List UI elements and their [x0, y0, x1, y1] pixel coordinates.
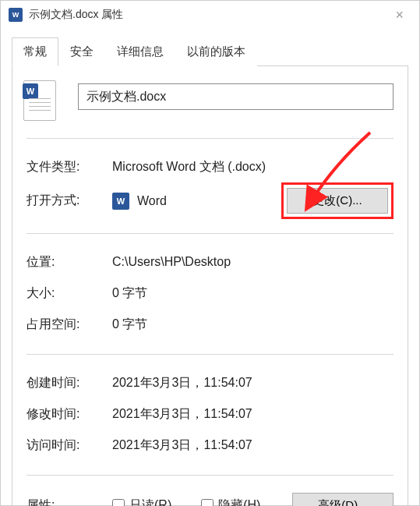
accessed-label: 访问时间:: [26, 437, 112, 454]
window-title: 示例文档.docx 属性: [29, 8, 123, 22]
readonly-checkbox-input[interactable]: [112, 499, 125, 506]
readonly-checkbox-label: 只读(R): [129, 497, 171, 507]
hidden-checkbox-label: 隐藏(H): [218, 497, 260, 507]
change-button-highlight: 更改(C)...: [281, 182, 394, 219]
hidden-checkbox-input[interactable]: [201, 499, 214, 506]
open-with-value: Word: [137, 194, 167, 208]
tab-general[interactable]: 常规: [12, 37, 58, 66]
attributes-label: 属性:: [26, 497, 112, 507]
modified-value: 2021年3月3日，11:54:07: [112, 406, 394, 423]
created-value: 2021年3月3日，11:54:07: [112, 375, 394, 391]
hidden-checkbox[interactable]: 隐藏(H): [201, 497, 260, 507]
svg-text:W: W: [12, 11, 19, 19]
close-button[interactable]: ×: [387, 4, 411, 27]
titlebar: W 示例文档.docx 属性 ×: [1, 1, 419, 29]
word-app-icon: W: [9, 8, 23, 22]
document-icon: W: [23, 80, 56, 121]
tab-details[interactable]: 详细信息: [105, 37, 175, 66]
tab-content: W 文件类型: Microsoft Word 文档 (.docx) 打开方式: …: [12, 66, 408, 506]
size-value: 0 字节: [112, 285, 394, 302]
created-label: 创建时间:: [26, 375, 112, 391]
word-small-icon: W: [112, 193, 129, 210]
size-on-disk-label: 占用空间:: [26, 317, 112, 333]
modified-label: 修改时间:: [26, 406, 112, 423]
filename-input[interactable]: [78, 83, 394, 110]
open-with-label: 打开方式:: [26, 193, 112, 209]
file-type-value: Microsoft Word 文档 (.docx): [112, 159, 394, 175]
advanced-button[interactable]: 高级(D)...: [292, 493, 394, 507]
location-value: C:\Users\HP\Desktop: [112, 255, 394, 269]
readonly-checkbox[interactable]: 只读(R): [112, 497, 171, 507]
tab-previous-versions[interactable]: 以前的版本: [175, 37, 257, 66]
file-type-label: 文件类型:: [26, 159, 112, 175]
accessed-value: 2021年3月3日，11:54:07: [112, 437, 394, 454]
change-button[interactable]: 更改(C)...: [287, 188, 388, 214]
size-on-disk-value: 0 字节: [112, 317, 394, 333]
properties-dialog: W 示例文档.docx 属性 × 常规 安全 详细信息 以前的版本 W: [0, 0, 420, 506]
location-label: 位置:: [26, 254, 112, 271]
tab-security[interactable]: 安全: [58, 37, 105, 66]
tabs: 常规 安全 详细信息 以前的版本: [12, 37, 408, 66]
size-label: 大小:: [26, 285, 112, 302]
